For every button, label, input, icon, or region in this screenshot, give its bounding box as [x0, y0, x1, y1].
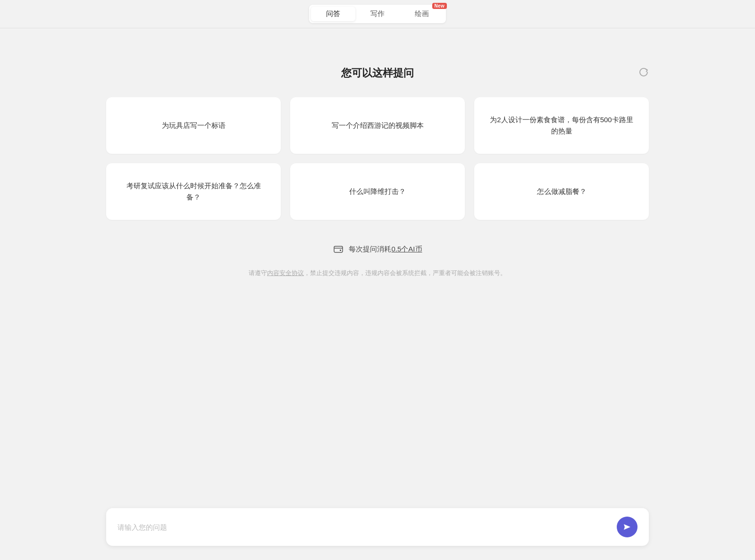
top-nav: 问答 写作 绘画 New	[0, 0, 755, 28]
cost-prefix: 每次提问消耗	[349, 245, 391, 253]
suggestion-text-1: 为玩具店写一个标语	[162, 120, 226, 131]
new-badge: New	[432, 3, 447, 9]
suggestion-card-2[interactable]: 写一个介绍西游记的视频脚本	[290, 97, 465, 154]
notice-suffix: ，禁止提交违规内容，违规内容会被系统拦截，严重者可能会被注销账号。	[304, 269, 506, 276]
svg-rect-1	[340, 250, 341, 251]
notice-text: 请遵守内容安全协议，禁止提交违规内容，违规内容会被系统拦截，严重者可能会被注销账…	[249, 269, 506, 277]
send-button[interactable]	[617, 517, 638, 537]
suggestion-text-6: 怎么做减脂餐？	[537, 186, 587, 197]
tab-writing-label: 写作	[370, 9, 385, 17]
suggestion-card-5[interactable]: 什么叫降维打击？	[290, 163, 465, 220]
suggestion-text-2: 写一个介绍西游记的视频脚本	[332, 120, 424, 131]
main-content: 您可以这样提问 为玩具店写一个标语 写一个介绍西游记的视频脚本 为2人设计一份素…	[0, 28, 755, 325]
send-icon	[622, 522, 632, 532]
suggestion-text-3: 为2人设计一份素食食谱，每份含有500卡路里的热量	[488, 114, 635, 137]
wallet-icon	[333, 244, 344, 254]
tab-drawing-label: 绘画	[415, 9, 429, 17]
suggestion-card-4[interactable]: 考研复试应该从什么时候开始准备？怎么准备？	[106, 163, 281, 220]
refresh-icon	[638, 67, 649, 77]
tab-group: 问答 写作 绘画 New	[309, 5, 446, 23]
notice-prefix: 请遵守	[249, 269, 267, 276]
refresh-button[interactable]	[638, 67, 649, 80]
tab-writing[interactable]: 写作	[355, 7, 400, 21]
suggestion-text-5: 什么叫降维打击？	[349, 186, 406, 197]
input-area	[0, 499, 755, 560]
question-input[interactable]	[117, 523, 617, 531]
section-header: 您可以这样提问	[106, 66, 649, 80]
cost-info: 每次提问消耗0.5个AI币	[333, 243, 422, 255]
suggestion-text-4: 考研复试应该从什么时候开始准备？怎么准备？	[120, 180, 267, 203]
input-container	[106, 508, 649, 546]
suggestion-card-1[interactable]: 为玩具店写一个标语	[106, 97, 281, 154]
tab-qa-label: 问答	[326, 9, 340, 17]
suggestions-grid: 为玩具店写一个标语 写一个介绍西游记的视频脚本 为2人设计一份素食食谱，每份含有…	[106, 97, 649, 220]
suggestion-card-6[interactable]: 怎么做减脂餐？	[474, 163, 649, 220]
cost-text: 每次提问消耗0.5个AI币	[349, 245, 422, 254]
cost-icon	[333, 243, 344, 255]
cost-highlight: 0.5个AI币	[391, 245, 422, 253]
svg-rect-0	[334, 246, 343, 252]
suggestion-card-3[interactable]: 为2人设计一份素食食谱，每份含有500卡路里的热量	[474, 97, 649, 154]
section-title: 您可以这样提问	[341, 66, 414, 80]
tab-qa[interactable]: 问答	[311, 7, 355, 21]
content-policy-link[interactable]: 内容安全协议	[267, 269, 304, 276]
tab-drawing[interactable]: 绘画 New	[400, 7, 444, 21]
